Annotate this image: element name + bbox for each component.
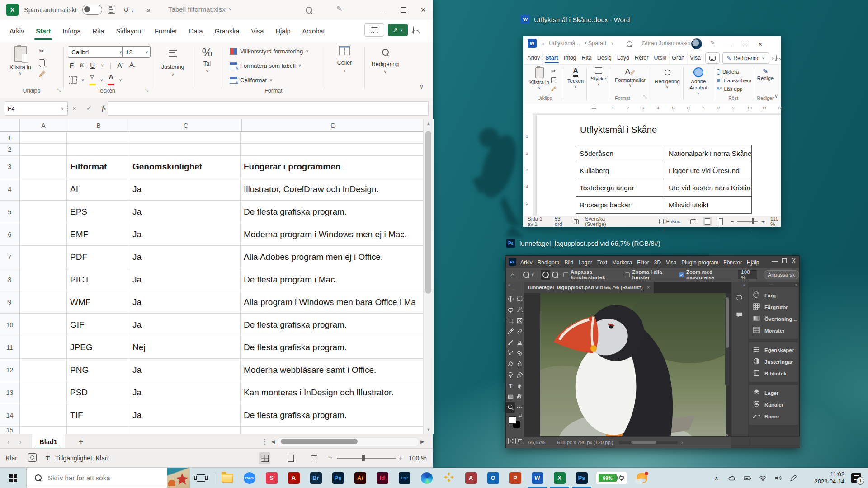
zoom-level[interactable]: 100 % (409, 455, 427, 462)
panel-justeringar[interactable]: Justeringar (749, 356, 798, 368)
cell-B13[interactable]: PSD (67, 381, 129, 404)
word-share-icon[interactable] (776, 55, 777, 61)
stamp-tool[interactable] (515, 337, 524, 347)
autosave-toggle[interactable] (82, 5, 102, 15)
cell-C7[interactable]: Ja (129, 246, 241, 268)
onedrive-icon[interactable] (724, 468, 740, 488)
ps-maximize-button[interactable] (779, 258, 789, 264)
read-mode-icon[interactable] (690, 219, 696, 224)
search-icon[interactable] (306, 7, 312, 14)
crop-tool[interactable] (506, 315, 515, 326)
word-editing-dropdown[interactable]: ✎Redigering∨ (722, 52, 769, 64)
indent-marker[interactable] (592, 104, 596, 109)
dictate-button[interactable]: Diktera (717, 67, 752, 76)
comments-panel-icon[interactable] (736, 311, 743, 321)
word-tab-gran[interactable]: Gran (670, 52, 688, 64)
word-maximize-button[interactable] (737, 36, 753, 52)
font-name-select[interactable]: Calibri∨ (68, 46, 124, 58)
word-tab-utski[interactable]: Utski (651, 52, 670, 64)
cell-A2[interactable] (20, 144, 67, 156)
taskbar-indesign[interactable]: Id (371, 468, 393, 488)
panel-lager[interactable]: Lager (749, 387, 798, 399)
word-paste-button[interactable]: Klistra in∨ (528, 67, 550, 90)
toolbar-collapse-icon[interactable]: « (508, 283, 510, 287)
word-ribbon-more[interactable]: › (772, 55, 774, 61)
word-paragraph-button[interactable]: Stycke∨ (588, 67, 609, 86)
taskbar-zoom[interactable]: zoom (238, 468, 260, 488)
cell-D14[interactable]: De flesta grafiska program. (241, 404, 423, 427)
cell-B8[interactable]: PICT (67, 268, 129, 291)
panel-kanaler[interactable]: Kanaler (749, 399, 798, 411)
word-table-cell[interactable]: Brösarps backar (576, 197, 665, 213)
accessibility-status[interactable]: Tillgänglighet: Klart (55, 455, 109, 462)
heal-tool[interactable] (515, 326, 524, 337)
word-table-cell[interactable]: Milsvid utsikt (665, 197, 752, 213)
cell-B14[interactable]: TIF (67, 404, 129, 427)
sheet-tab-blad1[interactable]: Blad1 (32, 434, 65, 449)
cell-A9[interactable] (20, 291, 67, 314)
word-tab-arkiv[interactable]: Arkiv (525, 52, 543, 64)
zoom-out-button[interactable]: − (328, 454, 333, 463)
share-button[interactable]: ↗∨ (388, 24, 408, 36)
search-input[interactable] (47, 474, 157, 482)
user-avatar[interactable] (691, 38, 702, 49)
excel-tab-granska[interactable]: Granska (209, 20, 245, 42)
eyedropper-tool[interactable] (506, 326, 515, 337)
ps-menu-filter[interactable]: Filter (637, 259, 649, 266)
bucket-tool[interactable] (506, 358, 515, 369)
select-all-corner[interactable] (0, 119, 20, 132)
excel-tab-data[interactable]: Data (183, 20, 209, 42)
cell-C6[interactable]: Ja (129, 223, 241, 246)
cell-D13[interactable]: Kan monteras i InDesign och Illustrator. (241, 381, 423, 404)
panel-bibliotek[interactable]: Bibliotek (749, 368, 798, 380)
cell-styles-button[interactable]: Cellformat∨ (230, 77, 273, 84)
transcribe-button[interactable]: ≣Transkribera (717, 76, 752, 84)
excel-tab-rita[interactable]: Rita (87, 20, 110, 42)
hscroll-left-icon[interactable]: ◀ (271, 439, 275, 445)
cell-B11[interactable]: JPEG (67, 336, 129, 359)
row-header-12[interactable]: 12 (0, 359, 20, 381)
ps-minimize-button[interactable]: — (770, 258, 779, 264)
row-header-1[interactable]: 1 (0, 132, 20, 144)
taskbar-bridge[interactable]: Br (305, 468, 327, 488)
increase-font-icon[interactable]: A^ (118, 61, 124, 69)
word-tab-rita[interactable]: Rita (579, 52, 594, 64)
panel-f-rgrutor[interactable]: Färgrutor (749, 301, 798, 313)
horizontal-ruler[interactable]: 123456789101112 (523, 104, 781, 113)
cell-A3[interactable] (20, 156, 67, 178)
ps-document-tab[interactable]: lunnefagel_lagupplost.psd vid 66,7% (RGB… (524, 282, 654, 293)
scrubby-zoom-checkbox[interactable]: ✓Zoom med musrörelse (679, 269, 733, 280)
shape-tool[interactable] (506, 391, 515, 402)
taskbar-outlook[interactable]: O (482, 468, 504, 488)
word-qat-overflow[interactable]: » (541, 40, 544, 47)
word-search-icon[interactable] (626, 41, 633, 47)
excel-tab-arkiv[interactable]: Arkiv (4, 20, 30, 42)
row-header-8[interactable]: 8 (0, 268, 20, 291)
fit-window-checkbox[interactable]: Anpassa fönsterstorlek (563, 269, 619, 280)
cell-C2[interactable] (129, 144, 241, 156)
panel-m-nster[interactable]: Mönster (749, 325, 798, 337)
row-header-4[interactable]: 4 (0, 178, 20, 201)
cell-C5[interactable]: Ja (129, 201, 241, 223)
row-header-5[interactable]: 5 (0, 201, 20, 223)
cell-A14[interactable] (20, 404, 67, 427)
row-header-6[interactable]: 6 (0, 223, 20, 246)
pathselect-tool[interactable] (515, 380, 524, 391)
collapse-ribbon-icon[interactable]: ∨ (420, 84, 424, 89)
cell-C8[interactable]: Ja (129, 268, 241, 291)
cell-A6[interactable] (20, 223, 67, 246)
clipboard-dialog-launcher[interactable]: ⤡ (57, 88, 61, 93)
column-header-A[interactable]: A (20, 119, 67, 132)
blur-tool[interactable] (515, 358, 524, 369)
namebox-splitter[interactable]: ⋮ (64, 104, 72, 113)
taskbar-access[interactable]: A (460, 468, 482, 488)
qat-overflow-icon[interactable]: » (146, 6, 150, 14)
word-saved-status[interactable]: • Sparad (585, 40, 606, 47)
cell-A12[interactable] (20, 359, 67, 381)
excel-tab-infoga[interactable]: Infoga (57, 20, 86, 42)
word-edit-button[interactable]: ✎ Redige (755, 67, 775, 82)
taskbar-edge[interactable] (415, 468, 438, 488)
panel-grip[interactable]: ᠁« (748, 282, 799, 287)
eraser-tool[interactable] (515, 347, 524, 358)
read-aloud-button[interactable]: A⁾⁾Läs upp (717, 84, 752, 93)
